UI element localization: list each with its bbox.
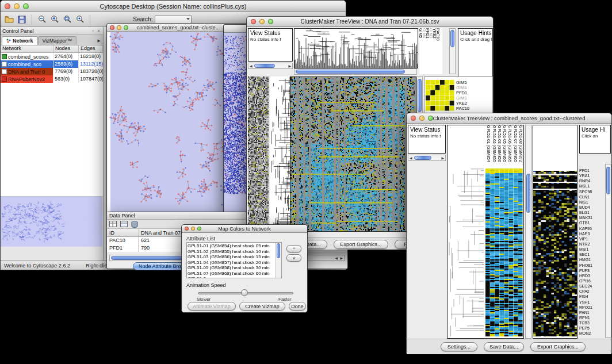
close-button[interactable] [185, 227, 189, 231]
close-button[interactable] [411, 116, 416, 121]
network-type-icon [2, 69, 7, 74]
move-up-button[interactable]: ^ [286, 245, 301, 252]
panel-float-close-icons[interactable]: ▫ × [92, 28, 101, 33]
zoom-fit-icon[interactable] [62, 14, 72, 25]
attribute-list-item[interactable]: GPL51-0 [188, 276, 276, 278]
control-panel-title: Control Panel [2, 28, 34, 34]
dialog-titlebar[interactable]: Map Colors to Network [182, 225, 307, 233]
treeview-dna-titlebar[interactable]: ClusterMaker TreeView : DNA and Tran 07-… [247, 17, 493, 27]
network-overview[interactable] [1, 197, 102, 247]
tab-vizmapper[interactable]: VizMapper™ [38, 36, 77, 45]
attribute-list-item[interactable]: GPL51-05 (GSM858) heat shock 30 min [188, 265, 276, 271]
correlation-matrix[interactable] [426, 80, 454, 111]
matrix-row-label: PFD1 [456, 90, 469, 95]
move-down-button[interactable]: v [286, 254, 301, 262]
create-vizmap-button[interactable]: Create Vizmap [239, 302, 285, 311]
toolbar-separator [90, 14, 90, 25]
vertical-scrollbar[interactable] [449, 28, 456, 74]
vertical-scrollbar[interactable] [605, 164, 611, 338]
zoom-button[interactable] [23, 3, 29, 9]
list-scrollbar[interactable] [276, 243, 281, 278]
attribute-list-item[interactable]: GPL51-07 (GSM868) heat shock 60 min [188, 271, 276, 277]
column-label: GPL51-06 (GSM865 [507, 125, 512, 168]
tab-network[interactable]: Network [2, 36, 38, 45]
global-view-strip[interactable] [248, 76, 269, 231]
gene-label: HAP3 [579, 231, 603, 236]
column-label: GPL51-05 (GSM865 [502, 125, 507, 168]
matrix-row-label: PAC10 [456, 106, 469, 111]
matrix-row-label: GIM3 [456, 95, 469, 101]
export-graphics-button[interactable]: Export Graphics... [334, 240, 388, 249]
open-folder-icon[interactable] [4, 14, 14, 25]
animation-speed-label: Animation Speed [186, 282, 226, 288]
gene-label: HMG1 [579, 257, 603, 262]
matrix-row-label: GIM4 [456, 85, 469, 90]
heatmap[interactable] [290, 76, 416, 232]
treeview-combined-titlebar[interactable]: ClusterMaker TreeView : combined_scores_… [407, 113, 611, 124]
gene-label: YSH1 [579, 300, 603, 305]
gene-label: RNR4 [579, 178, 603, 183]
gene-label: TCB3 [579, 320, 603, 325]
done-button[interactable]: Done [289, 302, 306, 311]
search-label: Search: [133, 16, 152, 22]
network-row[interactable]: RNAPuberNov2563(0)107847(0) [1, 75, 103, 83]
settings-button[interactable]: Settings... [441, 342, 477, 351]
database-icon[interactable] [131, 221, 138, 228]
animation-speed-slider[interactable] [241, 289, 248, 296]
gene-label: HRD3 [579, 273, 603, 278]
network-type-icon [2, 76, 7, 82]
main-titlebar[interactable]: Cytoscape Desktop (Session Name: collins… [1, 1, 346, 12]
combined-column-labels: GPL51-01 (GSM854GPL51-02 (GSM855GPL51-03… [485, 125, 523, 168]
heatmap[interactable] [485, 168, 523, 336]
network-table-rows: combined_scores2764(0)16218(0)combined_s… [1, 53, 103, 83]
animate-vizmap-button: Animate Vizmap [188, 302, 236, 311]
vertical-scrollbar[interactable] [525, 125, 531, 339]
close-button[interactable] [251, 19, 256, 24]
matrix-row-label: GIM5 [456, 80, 469, 85]
save-data-button[interactable]: Save Data... [484, 342, 524, 351]
close-button[interactable] [5, 3, 10, 9]
attribute-list-item[interactable]: GPL51-03 (GSM856) heat shock 15 min [188, 254, 276, 260]
column-dendrogram[interactable] [294, 28, 418, 68]
tab-overflow-arrow[interactable]: ▶ [98, 39, 103, 45]
usage-hints-panel: Usage Hints Click and drag to [458, 28, 493, 77]
network-row[interactable]: combined_scores2764(0)16218(0) [1, 53, 103, 60]
search-input[interactable] [155, 15, 192, 24]
attribute-list-item[interactable]: GPL51-01 (GSM854) heat shock 05 min [188, 243, 276, 249]
zoom-out-icon[interactable] [37, 14, 47, 25]
gene-label: CLN1 [579, 194, 603, 200]
minimize-button[interactable] [259, 19, 265, 24]
zoom-selected-icon[interactable] [75, 14, 85, 25]
network-row[interactable]: DNA and Tran 07769(0)183728(0) [1, 68, 103, 75]
treeview-combined-window: ClusterMaker TreeView : combined_scores_… [406, 113, 612, 354]
gene-label: NTR2 [579, 242, 603, 247]
mini-scrollbar[interactable]: ◀▶ [248, 63, 293, 69]
minimize-button[interactable] [191, 227, 195, 231]
attribute-list-item[interactable]: GPL51-04 (GSM857) heat shock 20 min [188, 260, 276, 266]
minimize-button[interactable] [14, 3, 20, 9]
attribute-list-item[interactable]: GPL51-02 (GSM855) heat shock 10 min [188, 249, 276, 255]
zoom-button[interactable] [197, 227, 201, 231]
attribute-list[interactable]: GPL51-01 (GSM854) heat shock 05 minGPL51… [186, 242, 282, 278]
select-attributes-icon[interactable] [120, 221, 128, 227]
usage-hints-panel: Usage Hi Click an [579, 125, 611, 154]
column-label: GPL51-01 (GSM854 [485, 125, 491, 168]
minimize-button[interactable] [117, 25, 121, 30]
column-label: GPL51-08 (GSM872 [518, 125, 523, 168]
gene-label: RPN1 [579, 315, 603, 320]
secondary-heatmap[interactable] [533, 168, 577, 336]
close-button[interactable] [110, 25, 114, 30]
zoom-in-icon[interactable] [49, 14, 60, 25]
gene-label: NIS1 [579, 200, 603, 205]
export-graphics-button[interactable]: Export Graphics... [530, 342, 586, 351]
gene-dendrogram[interactable] [448, 168, 484, 336]
zoom-button[interactable] [268, 19, 273, 24]
minimize-button[interactable] [419, 116, 424, 121]
mini-scrollbar[interactable]: ◀▶ [408, 155, 446, 161]
save-icon[interactable] [17, 14, 27, 25]
horizontal-scrollbar[interactable] [294, 68, 417, 75]
zoom-button[interactable] [124, 25, 128, 30]
table-icon[interactable] [109, 221, 117, 227]
zoom-button[interactable] [428, 116, 433, 121]
network-row[interactable]: combined_sco2569(6)13112(15) [1, 60, 103, 68]
